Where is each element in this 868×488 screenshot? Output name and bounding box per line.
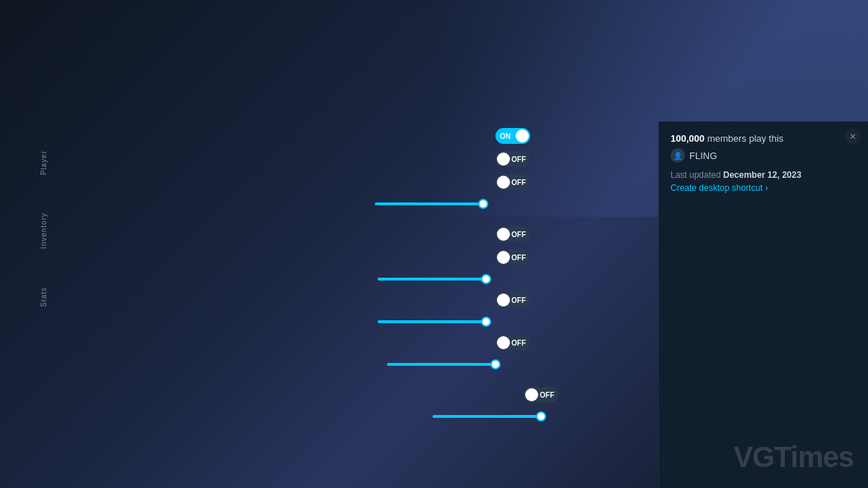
slider-mist-mult[interactable] (387, 363, 495, 366)
members-count: 100,000 (671, 133, 705, 144)
info-close-button[interactable]: ✕ (845, 129, 861, 145)
toggle-mist[interactable]: OFF (495, 335, 530, 351)
stats-label: Stats (40, 287, 48, 307)
toggle-crops[interactable]: OFF (495, 174, 530, 190)
fling-avatar: 👤 (671, 148, 685, 163)
toggle-items[interactable]: OFF (495, 226, 530, 242)
slider-move-speed[interactable] (375, 202, 483, 205)
player-label: Player (40, 150, 48, 175)
last-updated: Last updated December 12, 2023 (671, 170, 856, 180)
toggle-money[interactable]: OFF (495, 249, 530, 265)
members-line: 100,000 members play this (671, 133, 856, 144)
slider-dreamlight-mult[interactable] (378, 320, 486, 323)
toggle-unlimited-energy[interactable]: ON (495, 128, 530, 144)
slider-exp-mult[interactable] (433, 415, 541, 418)
last-updated-label: Last updated (671, 170, 720, 180)
toggle-unlimited-exp[interactable]: OFF (524, 387, 558, 403)
members-text: members play this (707, 133, 783, 144)
fling-row: 👤 FLING (671, 148, 856, 163)
fling-name: FLING (689, 150, 717, 161)
toggle-easy-unlock[interactable]: OFF (495, 151, 530, 167)
create-shortcut-link[interactable]: Create desktop shortcut › (671, 183, 856, 193)
toggle-dreamlight[interactable]: OFF (495, 292, 530, 308)
slider-money-mult[interactable] (378, 278, 486, 281)
inventory-label: Inventory (40, 213, 48, 249)
info-panel: ✕ 100,000 members play this 👤 FLING Last… (658, 121, 868, 488)
last-updated-date: December 12, 2023 (723, 170, 801, 180)
